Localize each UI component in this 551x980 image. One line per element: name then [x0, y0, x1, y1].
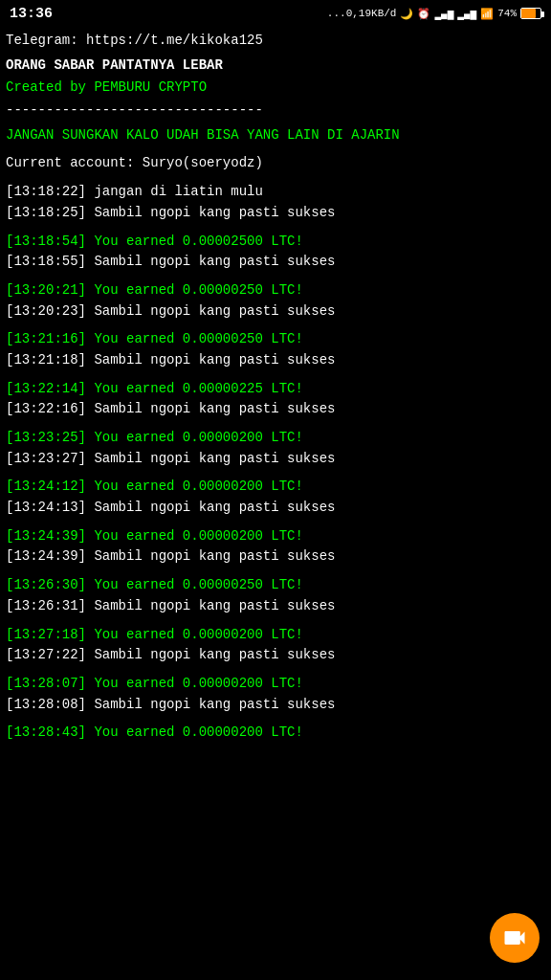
battery: 74%	[497, 8, 517, 19]
log-block: [13:28:43] You earned 0.00000200 LTC!	[6, 723, 545, 744]
telegram-link: Telegram: https://t.me/kikoka125	[6, 31, 545, 52]
log-block: [13:20:21] You earned 0.00000250 LTC![13…	[6, 280, 545, 322]
log-line: [13:23:25] You earned 0.00000200 LTC!	[6, 428, 545, 449]
log-block: [13:18:22] jangan di liatin mulu[13:18:2…	[6, 182, 545, 223]
log-line: [13:28:07] You earned 0.00000200 LTC!	[6, 674, 545, 695]
log-line: [13:27:18] You earned 0.00000200 LTC!	[6, 625, 545, 646]
log-line: [13:24:12] You earned 0.00000200 LTC!	[6, 477, 545, 498]
log-line: [13:24:39] Sambil ngopi kang pasti sukse…	[6, 546, 545, 568]
log-block: [13:28:07] You earned 0.00000200 LTC![13…	[6, 674, 545, 715]
log-line: [13:21:18] Sambil ngopi kang pasti sukse…	[6, 350, 545, 371]
status-time: 13:36	[10, 6, 53, 22]
warning-text: JANGAN SUNGKAN KALO UDAH BISA YANG LAIN …	[6, 125, 545, 146]
network-speed: ...0,19KB/d	[327, 8, 397, 19]
log-line: [13:18:54] You earned 0.00002500 LTC!	[6, 232, 545, 253]
main-content: Telegram: https://t.me/kikoka125 ORANG S…	[0, 27, 551, 761]
log-line: [13:24:13] Sambil ngopi kang pasti sukse…	[6, 498, 545, 519]
camera-icon	[501, 924, 528, 951]
log-line: [13:26:30] You earned 0.00000250 LTC!	[6, 575, 545, 596]
log-block: [13:18:54] You earned 0.00002500 LTC![13…	[6, 232, 545, 273]
camera-button[interactable]	[490, 913, 540, 963]
signal-bars-icon-2: ▂▄▆	[457, 8, 476, 20]
battery-icon	[520, 8, 541, 19]
log-line: [13:20:21] You earned 0.00000250 LTC!	[6, 280, 545, 301]
log-block: [13:26:30] You earned 0.00000250 LTC![13…	[6, 575, 545, 616]
log-line: [13:20:23] Sambil ngopi kang pasti sukse…	[6, 301, 545, 323]
status-right: ...0,19KB/d 🌙 ⏰ ▂▄▆ ▂▄▆ 📶 74%	[327, 8, 541, 20]
log-block: [13:27:18] You earned 0.00000200 LTC![13…	[6, 625, 545, 666]
divider: --------------------------------	[6, 100, 545, 122]
signal-bars-icon: ▂▄▆	[434, 8, 453, 20]
log-line: [13:18:22] jangan di liatin mulu	[6, 182, 545, 203]
log-line: [13:18:25] Sambil ngopi kang pasti sukse…	[6, 203, 545, 224]
log-block: [13:22:14] You earned 0.00000225 LTC![13…	[6, 379, 545, 420]
status-bar: 13:36 ...0,19KB/d 🌙 ⏰ ▂▄▆ ▂▄▆ 📶 74%	[0, 0, 551, 27]
log-block: [13:24:12] You earned 0.00000200 LTC![13…	[6, 477, 545, 518]
current-account: Current account: Suryo(soeryodz)	[6, 153, 545, 174]
log-line: [13:21:16] You earned 0.00000250 LTC!	[6, 329, 545, 350]
moon-icon: 🌙	[400, 8, 413, 20]
log-block: [13:24:39] You earned 0.00000200 LTC![13…	[6, 526, 545, 568]
wifi-icon: 📶	[480, 8, 494, 20]
log-line: [13:23:27] Sambil ngopi kang pasti sukse…	[6, 449, 545, 470]
heading: ORANG SABAR PANTATNYA LEBAR	[6, 56, 545, 77]
log-line: [13:24:39] You earned 0.00000200 LTC!	[6, 526, 545, 547]
log-line: [13:18:55] Sambil ngopi kang pasti sukse…	[6, 252, 545, 273]
log-block: [13:23:25] You earned 0.00000200 LTC![13…	[6, 428, 545, 469]
alarm-icon: ⏰	[417, 8, 430, 20]
log-line: [13:27:22] Sambil ngopi kang pasti sukse…	[6, 645, 545, 666]
log-line: [13:28:43] You earned 0.00000200 LTC!	[6, 723, 545, 744]
log-block: [13:21:16] You earned 0.00000250 LTC![13…	[6, 329, 545, 370]
created-by: Created by PEMBURU CRYPTO	[6, 78, 545, 99]
log-container: [13:18:22] jangan di liatin mulu[13:18:2…	[6, 182, 545, 744]
log-line: [13:22:16] Sambil ngopi kang pasti sukse…	[6, 399, 545, 420]
log-line: [13:22:14] You earned 0.00000225 LTC!	[6, 379, 545, 400]
log-line: [13:26:31] Sambil ngopi kang pasti sukse…	[6, 596, 545, 617]
log-line: [13:28:08] Sambil ngopi kang pasti sukse…	[6, 695, 545, 716]
